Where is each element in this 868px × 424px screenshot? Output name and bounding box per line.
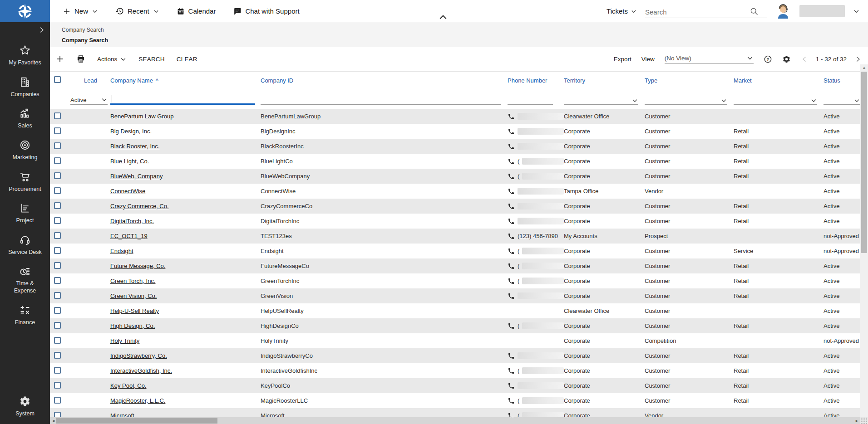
company-name-link[interactable]: Big Design, Inc. <box>110 128 152 135</box>
scroll-right-arrow-icon[interactable]: ► <box>855 419 859 423</box>
sidebar-item-service-desk[interactable]: Service Desk <box>0 234 50 256</box>
row-checkbox[interactable] <box>54 292 61 299</box>
sidebar-item-time-expense[interactable]: Time & Expense <box>0 265 50 294</box>
territory-filter-select[interactable] <box>564 95 638 105</box>
company-name-link[interactable]: High Design, Co. <box>110 322 155 329</box>
company-name-link[interactable]: BenePartum Law Group <box>110 113 173 120</box>
search-input[interactable] <box>645 8 750 16</box>
column-header-type[interactable]: Type <box>645 77 734 84</box>
add-company-button[interactable] <box>55 54 64 63</box>
company-name-link[interactable]: ConnectWise <box>110 188 145 195</box>
next-page-chevron[interactable] <box>854 55 862 63</box>
company-name-link[interactable]: Black Rooster, Inc. <box>110 143 159 150</box>
scroll-left-arrow-icon[interactable]: ◄ <box>51 419 55 423</box>
search-icon[interactable] <box>750 7 759 16</box>
row-checkbox[interactable] <box>54 277 61 284</box>
scroll-up-arrow-icon[interactable]: ▲ <box>860 65 868 70</box>
row-checkbox[interactable] <box>54 157 61 164</box>
print-button[interactable] <box>76 54 85 63</box>
company-name-link[interactable]: InteractiveGoldfish, Inc. <box>110 367 172 374</box>
search-button[interactable]: SEARCH <box>138 56 164 63</box>
sidebar-item-finance[interactable]: Finance <box>0 304 50 327</box>
row-checkbox[interactable] <box>54 247 61 254</box>
sidebar-item-system[interactable]: System <box>15 395 35 418</box>
company-name-link[interactable]: DigitalTorch, Inc. <box>110 218 154 224</box>
sidebar-item-marketing[interactable]: Marketing <box>0 139 50 161</box>
company-name-link[interactable]: IndigoStrawberry, Co. <box>110 352 167 359</box>
calendar-button[interactable]: Calendar <box>177 7 216 15</box>
row-checkbox[interactable] <box>54 262 61 269</box>
sidebar-item-project[interactable]: Project <box>0 202 50 224</box>
row-checkbox[interactable] <box>54 202 61 209</box>
export-button[interactable]: Export <box>614 56 631 63</box>
user-menu-chevron-icon[interactable] <box>853 8 860 15</box>
company-name-link[interactable]: Crazy Commerce, Co. <box>110 203 169 210</box>
row-checkbox[interactable] <box>54 367 61 374</box>
previous-page-chevron[interactable] <box>801 55 809 63</box>
type-filter-select[interactable] <box>645 95 727 105</box>
column-header-territory[interactable]: Territory <box>564 77 645 84</box>
new-button[interactable]: New <box>63 7 98 15</box>
help-icon[interactable]: ? <box>764 55 772 63</box>
company-name-link[interactable]: Future Message, Co. <box>110 263 165 269</box>
sidebar-item-procurement[interactable]: Procurement <box>0 171 50 193</box>
company-name-filter-input[interactable] <box>112 94 255 103</box>
horizontal-scrollbar[interactable]: ◄ ► <box>50 417 860 424</box>
column-header-phone[interactable]: Phone Number <box>508 77 564 84</box>
row-checkbox[interactable] <box>54 397 61 404</box>
row-checkbox[interactable] <box>54 337 61 344</box>
company-search-panel: Actions SEARCH CLEAR Export View (No Vie… <box>50 47 868 424</box>
view-select[interactable]: (No View) <box>665 54 754 63</box>
row-checkbox[interactable] <box>54 232 61 239</box>
row-checkbox[interactable] <box>54 142 61 149</box>
company-name-link[interactable]: Key Pool, Co. <box>110 382 147 389</box>
company-name-link[interactable]: Holy Trinity <box>110 337 139 344</box>
row-checkbox[interactable] <box>54 307 61 314</box>
column-header-status[interactable]: Status <box>824 77 860 84</box>
company-name-link[interactable]: MagicRooster, L.L.C. <box>110 397 165 404</box>
company-name-link[interactable]: Blue Light, Co. <box>110 158 149 165</box>
user-avatar[interactable] <box>775 3 791 19</box>
gear-icon[interactable] <box>782 55 791 63</box>
vertical-scrollbar-thumb[interactable] <box>861 72 867 253</box>
connectwise-logo[interactable] <box>0 0 50 22</box>
company-id-filter-input[interactable] <box>261 95 501 104</box>
row-checkbox[interactable] <box>54 127 61 134</box>
column-header-company-name[interactable]: Company Name^ <box>110 77 261 84</box>
row-checkbox[interactable] <box>54 187 61 194</box>
row-checkbox[interactable] <box>54 112 61 119</box>
row-checkbox[interactable] <box>54 172 61 179</box>
column-header-company-id[interactable]: Company ID <box>261 77 508 84</box>
actions-dropdown[interactable]: Actions <box>97 56 127 63</box>
company-name-link[interactable]: Green Vision, Co. <box>110 292 157 299</box>
row-checkbox[interactable] <box>54 322 61 329</box>
row-checkbox[interactable] <box>54 217 61 224</box>
sidebar-item-sales[interactable]: Sales <box>0 107 50 130</box>
company-name-link[interactable]: Green Torch, Inc. <box>110 278 155 284</box>
clear-button[interactable]: CLEAR <box>177 56 197 63</box>
chat-support-button[interactable]: Chat with Support <box>233 7 299 15</box>
sidebar-expand-chevron[interactable] <box>37 26 45 34</box>
horizontal-scrollbar-thumb[interactable] <box>56 418 217 424</box>
company-name-link[interactable]: BlueWeb, Company <box>110 173 163 180</box>
lead-filter-select[interactable]: Active <box>70 95 108 105</box>
status-filter-select[interactable] <box>824 95 860 105</box>
company-name-link[interactable]: EC_OCT1_19 <box>110 233 148 239</box>
row-checkbox[interactable] <box>54 382 61 389</box>
tickets-dropdown[interactable]: Tickets <box>607 7 637 15</box>
column-header-lead[interactable]: Lead <box>70 77 110 84</box>
row-checkbox[interactable] <box>54 352 61 359</box>
select-all-checkbox[interactable] <box>54 76 61 83</box>
market-filter-select[interactable] <box>734 95 817 105</box>
collapse-topbar-chevron[interactable] <box>439 14 448 20</box>
vertical-scrollbar[interactable]: ▲ ▼ <box>860 64 868 424</box>
type-cell: Customer <box>645 278 734 284</box>
column-header-market[interactable]: Market <box>734 77 824 84</box>
status-cell: Active <box>824 203 860 210</box>
recent-button[interactable]: Recent <box>115 7 159 15</box>
sidebar-item-companies[interactable]: Companies <box>0 76 50 98</box>
phone-filter-input[interactable] <box>508 95 553 104</box>
company-name-link[interactable]: Help-U-Sell Realty <box>110 307 159 314</box>
sidebar-item-my-favorites[interactable]: My Favorites <box>0 44 50 67</box>
company-name-link[interactable]: Endsight <box>110 248 133 254</box>
